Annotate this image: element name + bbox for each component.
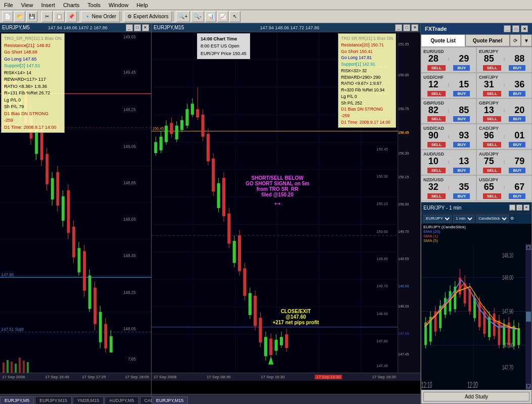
svg-rect-73 <box>15 364 17 373</box>
eurusd-sell-btn[interactable]: SELL <box>427 65 446 71</box>
toolbar-copy[interactable]: 📋 <box>54 11 65 22</box>
quote-cell-eurusd: EUR/USD 28 | 29 SELL BUY <box>421 47 476 73</box>
center-reward290: REWARD<290> 290 <box>341 74 393 81</box>
fxtrade-close[interactable]: ✕ <box>521 25 528 32</box>
mini-chart-type-select[interactable]: CandleStick <box>476 215 509 223</box>
mini-chart-tf-select[interactable]: 1 min <box>453 215 474 223</box>
left-chart-minimize[interactable]: _ <box>126 24 133 31</box>
center-d1bias2: D1 Bias DN STRONG <box>341 106 393 113</box>
svg-text:148.10: 148.10 <box>502 251 513 259</box>
chart-tabs: EURJPY,M5 EURJPY,M15 YM28,M15 AUDJPY,M5 … <box>0 394 151 404</box>
mini-chart-minimize[interactable]: _ <box>509 205 515 211</box>
usdcad-buy-btn[interactable]: BUY <box>453 142 470 147</box>
mini-chart-scrollbar[interactable]: ▲ ▼ <box>525 244 531 390</box>
audusd-sell-btn[interactable]: SELL <box>427 168 446 173</box>
center-chart-maximize[interactable]: □ <box>403 24 410 31</box>
mini-chart-settings-btn[interactable]: ⚙ <box>510 216 514 221</box>
center-chart-close[interactable]: ✕ <box>411 24 418 31</box>
eurusd-buy-btn[interactable]: BUY <box>453 65 470 71</box>
audjpy-sell-btn[interactable]: SELL <box>483 168 501 173</box>
quote-cell-audusd: AUD/USD 10 | 13 SELL BUY <box>421 149 476 175</box>
toolbar-open[interactable]: 📂 <box>14 11 25 22</box>
toolbar-line[interactable]: 📈 <box>217 11 228 22</box>
toolbar-expert[interactable]: ⚙ Expert Advisors <box>124 11 172 22</box>
usdcad-sell-btn[interactable]: SELL <box>427 142 446 147</box>
tab-eurjpy-m5[interactable]: EURJPY,M5 <box>0 396 34 404</box>
toolbar-new[interactable]: 📄 <box>2 11 13 22</box>
usdchf-buy-btn[interactable]: BUY <box>453 91 470 96</box>
left-info-overlay: TRO_SR_RR(21):1 Bias ON Resistance[21]: … <box>1 33 65 133</box>
gbpjpy-sell-btn[interactable]: SELL <box>483 116 501 122</box>
left-lgpl: Lg P/L 0 <box>4 97 62 104</box>
cadjpy-sell-btn[interactable]: SELL <box>483 142 501 147</box>
usdjpy-buy-btn[interactable]: BUY <box>509 193 525 199</box>
center-risk32: RISK<32> 32 <box>341 68 393 74</box>
left-go-short: Go Short 148.68 <box>4 49 62 56</box>
eurjpy-sell-big: 85 <box>484 54 494 64</box>
center-golong: Go Long 147.81 <box>341 55 393 61</box>
fxtrade-minimize[interactable]: _ <box>504 25 511 32</box>
quote-settings[interactable]: ▼ <box>521 34 532 46</box>
nzdusd-sell-btn[interactable]: SELL <box>427 193 446 199</box>
svg-text:147.86: 147.86 <box>1 272 14 277</box>
svg-text:148.00: 148.00 <box>502 274 513 281</box>
menu-tools[interactable]: Tools <box>83 2 105 8</box>
audusd-buy-btn[interactable]: BUY <box>453 168 470 173</box>
gbpjpy-sell-big: 13 <box>484 106 494 116</box>
cadjpy-buy-btn[interactable]: BUY <box>509 142 525 147</box>
mini-chart-pair-select[interactable]: EUR/JPY <box>423 215 452 223</box>
toolbar-cut[interactable]: ✂ <box>41 11 53 22</box>
gbpusd-sell-btn[interactable]: SELL <box>427 116 446 122</box>
menu-bar: File View Insert Charts Tools Window Hel… <box>0 0 532 10</box>
chfjpy-sell-btn[interactable]: SELL <box>483 91 501 96</box>
left-chart-maximize[interactable]: □ <box>134 24 141 31</box>
svg-rect-71 <box>7 360 9 373</box>
left-r131: R=131 Fib %Ret 26.72 <box>4 90 62 97</box>
toolbar-paste[interactable]: 📌 <box>66 11 77 22</box>
fxtrade-maximize[interactable]: □ <box>512 25 519 32</box>
toolbar-zoom-out[interactable]: 🔍- <box>191 11 204 22</box>
chfjpy-sell-big: 31 <box>484 80 494 90</box>
tab-audjpy-m5[interactable]: AUDJPY,M5 <box>105 396 138 404</box>
menu-window[interactable]: Window <box>105 2 132 8</box>
chfjpy-buy-btn[interactable]: BUY <box>509 91 525 96</box>
menu-charts[interactable]: Charts <box>59 2 83 8</box>
eurjpy-buy-btn[interactable]: BUY <box>509 65 525 71</box>
nzdusd-buy-btn[interactable]: BUY <box>453 193 470 199</box>
center-tab-1[interactable]: EURJPY,M15 <box>152 396 188 404</box>
mini-chart-svg: 12:10 12:20 148.10 148.00 147.90 147.80 … <box>421 244 525 390</box>
usdjpy-sell-btn[interactable]: SELL <box>483 193 501 199</box>
center-chart-minimize[interactable]: _ <box>395 24 402 31</box>
mini-chart-close[interactable]: ✕ <box>523 205 529 211</box>
audjpy-buy-btn[interactable]: BUY <box>509 168 525 173</box>
gbpusd-buy-btn[interactable]: BUY <box>453 116 470 122</box>
menu-view[interactable]: View <box>17 2 37 8</box>
toolbar-chart[interactable]: 📊 <box>205 11 216 22</box>
toolbar-zoom-in[interactable]: 🔍+ <box>176 11 190 22</box>
add-study-btn[interactable]: Add Study <box>423 392 529 401</box>
quote-refresh[interactable]: ⟳ <box>510 34 521 46</box>
tab-eurjpy-m15[interactable]: EURJPY,M15 <box>35 396 71 404</box>
left-chart-close[interactable]: ✕ <box>142 24 149 31</box>
legend-ema20: EMA (20) <box>423 229 529 234</box>
mini-chart-maximize[interactable]: □ <box>516 205 522 211</box>
menu-help[interactable]: Help <box>132 2 152 8</box>
nzdusd-sell-big: 32 <box>428 182 439 192</box>
left-go-long: Go Long 147.65 <box>4 56 62 63</box>
tab-quote-list[interactable]: Quote List <box>421 34 465 46</box>
menu-file[interactable]: File <box>0 2 17 8</box>
center-d1biasval2: -259 <box>341 113 393 119</box>
usdchf-sell-btn[interactable]: SELL <box>427 91 446 96</box>
gbpjpy-buy-btn[interactable]: BUY <box>509 116 525 122</box>
tab-quote-panel[interactable]: Quote Panel <box>465 34 510 46</box>
svg-text:147.70: 147.70 <box>502 364 513 371</box>
svg-rect-70 <box>3 363 5 373</box>
tab-ym28-m15[interactable]: YM28,M15 <box>73 396 104 404</box>
menu-insert[interactable]: Insert <box>37 2 59 8</box>
quote-cell-nzdusd: NZD/USD 32 | 35 SELL BUY <box>421 175 476 201</box>
eurjpy-sell-btn[interactable]: SELL <box>483 65 501 71</box>
toolbar-save[interactable]: 💾 <box>26 11 37 22</box>
toolbar-new-order[interactable]: 🔹 New Order <box>81 11 120 22</box>
svg-text:147.80: 147.80 <box>502 341 513 348</box>
toolbar-cursor[interactable]: ↖ <box>229 11 240 22</box>
